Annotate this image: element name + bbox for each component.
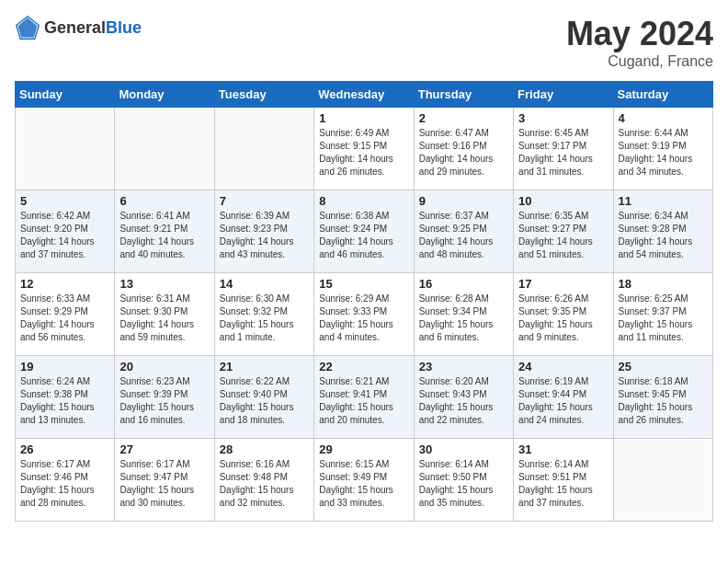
cell-info-line: Sunset: 9:38 PM [20, 388, 109, 401]
day-number: 8 [319, 194, 408, 208]
calendar-cell: 5Sunrise: 6:42 AMSunset: 9:20 PMDaylight… [16, 190, 115, 273]
day-number: 20 [119, 360, 209, 373]
cell-info-line: and 29 minutes. [419, 166, 508, 178]
weekday-header: Monday [115, 82, 214, 108]
cell-info-line: Sunset: 9:23 PM [220, 223, 309, 236]
day-number: 3 [518, 111, 608, 125]
cell-info-line: and 48 minutes. [419, 248, 508, 261]
cell-info-line: Daylight: 14 hours [419, 153, 508, 166]
cell-info-line: Sunrise: 6:21 AM [319, 375, 408, 388]
day-number: 24 [518, 360, 608, 373]
calendar-cell: 15Sunrise: 6:29 AMSunset: 9:33 PMDayligh… [314, 273, 414, 356]
cell-info-line: Daylight: 15 hours [419, 318, 508, 331]
day-number: 1 [319, 111, 408, 125]
cell-info-line: and 37 minutes. [20, 248, 109, 261]
day-number: 31 [518, 442, 608, 456]
calendar-cell: 28Sunrise: 6:16 AMSunset: 9:48 PMDayligh… [214, 439, 313, 522]
logo-text-general: General [44, 18, 106, 37]
day-number: 13 [119, 277, 209, 291]
calendar-cell: 29Sunrise: 6:15 AMSunset: 9:49 PMDayligh… [314, 439, 414, 522]
cell-info-line: Sunrise: 6:31 AM [119, 293, 209, 305]
calendar-cell: 16Sunrise: 6:28 AMSunset: 9:34 PMDayligh… [414, 273, 513, 356]
cell-info-line: and 46 minutes. [319, 248, 408, 261]
cell-info-line: Sunrise: 6:26 AM [518, 293, 608, 305]
day-number: 11 [619, 194, 708, 208]
cell-info-line: Sunrise: 6:47 AM [419, 127, 508, 140]
calendar-cell: 7Sunrise: 6:39 AMSunset: 9:23 PMDaylight… [214, 190, 313, 273]
calendar-cell: 2Sunrise: 6:47 AMSunset: 9:16 PMDaylight… [414, 108, 513, 190]
cell-info-line: Sunrise: 6:30 AM [220, 293, 309, 305]
day-number: 27 [119, 442, 209, 456]
day-number: 23 [419, 360, 508, 373]
calendar-cell: 14Sunrise: 6:30 AMSunset: 9:32 PMDayligh… [214, 273, 313, 356]
weekday-header: Thursday [414, 82, 513, 108]
cell-info-line: and 51 minutes. [518, 248, 608, 261]
cell-info-line: Sunrise: 6:18 AM [619, 375, 708, 388]
calendar-cell: 18Sunrise: 6:25 AMSunset: 9:37 PMDayligh… [613, 273, 712, 356]
cell-info-line: Sunrise: 6:29 AM [319, 293, 408, 305]
calendar-cell: 31Sunrise: 6:14 AMSunset: 9:51 PMDayligh… [514, 439, 613, 522]
weekday-header: Saturday [613, 82, 712, 108]
cell-info-line: Daylight: 14 hours [119, 318, 209, 331]
svg-marker-0 [18, 18, 38, 38]
calendar-cell: 6Sunrise: 6:41 AMSunset: 9:21 PMDaylight… [115, 190, 214, 273]
cell-info-line: Sunset: 9:37 PM [619, 305, 708, 318]
cell-info-line: Sunset: 9:25 PM [419, 223, 508, 236]
cell-info-line: Sunset: 9:43 PM [419, 388, 508, 401]
calendar-cell: 17Sunrise: 6:26 AMSunset: 9:35 PMDayligh… [514, 273, 613, 356]
cell-info-line: and 4 minutes. [319, 331, 408, 344]
cell-info-line: and 43 minutes. [220, 248, 309, 261]
cell-info-line: Sunset: 9:28 PM [619, 223, 708, 236]
cell-info-line: and 33 minutes. [319, 497, 408, 510]
weekday-header: Friday [514, 82, 613, 108]
page-header: GeneralBlue May 2024 Cugand, France [15, 15, 713, 70]
cell-info-line: and 18 minutes. [220, 414, 309, 427]
cell-info-line: Sunrise: 6:17 AM [119, 458, 209, 471]
cell-info-line: Sunset: 9:20 PM [20, 223, 109, 236]
cell-info-line: Sunset: 9:34 PM [419, 305, 508, 318]
day-number: 4 [619, 111, 708, 125]
cell-info-line: Sunset: 9:51 PM [518, 471, 608, 484]
cell-info-line: Sunset: 9:19 PM [619, 140, 708, 153]
cell-info-line: Sunset: 9:39 PM [119, 388, 209, 401]
day-number: 30 [419, 442, 508, 456]
cell-info-line: and 30 minutes. [119, 497, 209, 510]
cell-info-line: and 28 minutes. [20, 497, 109, 510]
title-block: May 2024 Cugand, France [566, 15, 713, 70]
calendar-cell: 10Sunrise: 6:35 AMSunset: 9:27 PMDayligh… [514, 190, 613, 273]
calendar-cell: 4Sunrise: 6:44 AMSunset: 9:19 PMDaylight… [613, 108, 712, 190]
cell-info-line: Sunrise: 6:24 AM [20, 375, 109, 388]
location-title: Cugand, France [566, 53, 713, 70]
cell-info-line: Daylight: 14 hours [518, 153, 608, 166]
cell-info-line: Sunset: 9:27 PM [518, 223, 608, 236]
cell-info-line: Daylight: 15 hours [619, 401, 708, 414]
calendar-cell: 22Sunrise: 6:21 AMSunset: 9:41 PMDayligh… [314, 356, 414, 439]
cell-info-line: Sunset: 9:29 PM [20, 305, 109, 318]
cell-info-line: Sunrise: 6:45 AM [518, 127, 608, 140]
cell-info-line: Sunrise: 6:33 AM [20, 293, 109, 305]
cell-info-line: and 13 minutes. [20, 414, 109, 427]
calendar-cell [115, 108, 214, 190]
cell-info-line: Sunrise: 6:22 AM [220, 375, 309, 388]
cell-info-line: Daylight: 15 hours [319, 484, 408, 497]
cell-info-line: Sunrise: 6:19 AM [518, 375, 608, 388]
cell-info-line: Daylight: 15 hours [419, 401, 508, 414]
cell-info-line: and 54 minutes. [619, 248, 708, 261]
cell-info-line: Sunrise: 6:37 AM [419, 210, 508, 223]
weekday-header: Sunday [16, 82, 115, 108]
cell-info-line: Daylight: 15 hours [518, 484, 608, 497]
calendar-cell: 30Sunrise: 6:14 AMSunset: 9:50 PMDayligh… [414, 439, 513, 522]
cell-info-line: Sunrise: 6:25 AM [619, 293, 708, 305]
cell-info-line: Daylight: 14 hours [20, 318, 109, 331]
logo-icon [15, 15, 40, 40]
calendar-cell: 11Sunrise: 6:34 AMSunset: 9:28 PMDayligh… [613, 190, 712, 273]
calendar-body: 1Sunrise: 6:49 AMSunset: 9:15 PMDaylight… [16, 108, 713, 522]
cell-info-line: Sunset: 9:47 PM [119, 471, 209, 484]
cell-info-line: Daylight: 15 hours [619, 318, 708, 331]
weekday-header: Tuesday [214, 82, 313, 108]
cell-info-line: Daylight: 14 hours [119, 236, 209, 248]
cell-info-line: Sunrise: 6:20 AM [419, 375, 508, 388]
cell-info-line: and 22 minutes. [419, 414, 508, 427]
calendar-cell: 25Sunrise: 6:18 AMSunset: 9:45 PMDayligh… [613, 356, 712, 439]
cell-info-line: Sunset: 9:16 PM [419, 140, 508, 153]
